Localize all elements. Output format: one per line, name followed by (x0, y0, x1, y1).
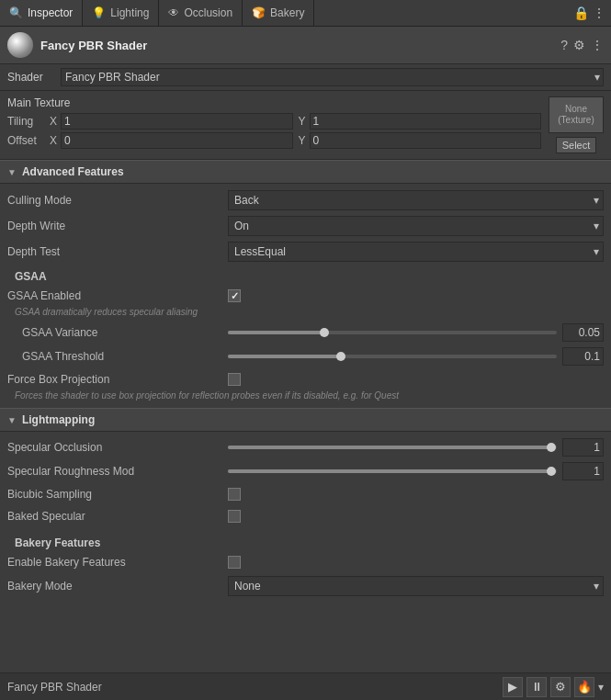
advanced-features-header[interactable]: ▼ Advanced Features (0, 160, 611, 184)
specular-roughness-row: Specular Roughness Mod 1 (7, 459, 604, 483)
specular-occlusion-track[interactable] (228, 446, 557, 449)
settings2-icon[interactable]: ⚙ (550, 677, 571, 697)
texture-label: Main Texture (7, 96, 541, 109)
lighting-icon: 💡 (92, 6, 106, 19)
tab-actions: 🔒 ⋮ (568, 0, 611, 26)
specular-roughness-input[interactable]: 1 (562, 462, 604, 480)
main-content: Main Texture Tiling X 1 Y 1 Offset X 0 (0, 91, 611, 672)
gsaa-threshold-thumb[interactable] (336, 352, 345, 361)
tiling-y-label: Y (299, 115, 306, 128)
lightmapping-title: Lightmapping (22, 413, 95, 426)
advanced-arrow-icon: ▼ (7, 167, 17, 177)
settings-icon[interactable]: ⚙ (573, 38, 585, 52)
shader-left: Fancy PBR Shader (7, 32, 147, 58)
advanced-features-section: Culling Mode Back Front Off Depth Write … (0, 184, 611, 408)
enable-bakery-checkbox[interactable] (228, 556, 241, 569)
bakery-features-label: Bakery Features (7, 527, 604, 551)
gsaa-variance-label: GSAA Variance (7, 326, 228, 339)
gsaa-enabled-label: GSAA Enabled (7, 289, 228, 302)
baked-specular-value (228, 510, 604, 523)
gsaa-enabled-checkbox[interactable] (228, 289, 241, 302)
shader-select[interactable]: Fancy PBR Shader (61, 68, 604, 86)
specular-occlusion-thumb[interactable] (547, 443, 556, 452)
gsaa-variance-thumb[interactable] (320, 328, 329, 337)
tab-inspector[interactable]: 🔍 Inspector (0, 0, 83, 26)
texture-select-button[interactable]: Select (556, 137, 597, 153)
gsaa-threshold-label: GSAA Threshold (7, 350, 228, 363)
gsaa-variance-value: 0.05 (228, 323, 604, 342)
fire-icon[interactable]: 🔥 (574, 677, 594, 697)
help-icon[interactable]: ? (560, 38, 568, 52)
shader-header: Fancy PBR Shader ? ⚙ ⋮ (0, 27, 611, 64)
tiling-label: Tiling (7, 115, 44, 128)
specular-roughness-track[interactable] (228, 469, 557, 473)
lock-icon[interactable]: 🔒 (573, 6, 589, 20)
offset-x-group: X 0 (50, 132, 293, 149)
settings2-btn-label: ⚙ (555, 680, 566, 694)
gsaa-subsection-label: GSAA (7, 265, 604, 285)
bakery-mode-select[interactable]: None SH RNM Monochrome (228, 576, 604, 596)
baked-specular-row: Baked Specular (7, 505, 604, 527)
depth-write-select[interactable]: On Off (228, 216, 604, 236)
bakery-icon: 🍞 (252, 6, 266, 19)
tab-occlusion-label: Occlusion (184, 6, 232, 19)
sphere-preview (7, 32, 33, 58)
play-icon[interactable]: ▶ (503, 677, 523, 697)
depth-test-select[interactable]: LessEqual Less Greater Always (228, 242, 604, 262)
advanced-features-title: Advanced Features (22, 165, 124, 178)
offset-y-input[interactable]: 0 (310, 132, 541, 149)
culling-mode-row: Culling Mode Back Front Off (7, 187, 604, 213)
texture-section: Main Texture Tiling X 1 Y 1 Offset X 0 (0, 91, 611, 160)
baked-specular-checkbox[interactable] (228, 510, 241, 523)
bottom-icons: ▶ ⏸ ⚙ 🔥 ▾ (503, 677, 604, 697)
tiling-x-group: X 1 (50, 113, 293, 130)
chevron-down-icon[interactable]: ▾ (598, 681, 604, 694)
fire-btn-label: 🔥 (577, 680, 592, 694)
lightmapping-header[interactable]: ▼ Lightmapping (0, 408, 611, 432)
force-box-checkbox[interactable] (228, 373, 241, 386)
more-options-icon[interactable]: ⋮ (591, 38, 604, 52)
tiling-row: Tiling X 1 Y 1 (7, 113, 541, 130)
gsaa-threshold-slider-row: 0.1 (228, 347, 604, 366)
bicubic-sampling-value (228, 488, 604, 501)
enable-bakery-value (228, 556, 604, 569)
bicubic-sampling-checkbox[interactable] (228, 488, 241, 501)
specular-occlusion-input[interactable]: 1 (562, 438, 604, 457)
offset-x-input[interactable]: 0 (61, 132, 292, 149)
depth-write-label: Depth Write (7, 220, 228, 232)
tiling-y-input[interactable]: 1 (310, 113, 541, 130)
gsaa-threshold-input[interactable]: 0.1 (562, 347, 604, 366)
gsaa-threshold-row: GSAA Threshold 0.1 (7, 344, 604, 368)
depth-test-row: Depth Test LessEqual Less Greater Always (7, 239, 604, 265)
pause-icon[interactable]: ⏸ (526, 677, 547, 697)
gsaa-variance-track[interactable] (228, 331, 557, 334)
gsaa-threshold-fill (228, 355, 343, 358)
gsaa-enabled-row: GSAA Enabled (7, 285, 604, 307)
bakery-mode-row: Bakery Mode None SH RNM Monochrome (7, 573, 604, 599)
tab-bakery[interactable]: 🍞 Bakery (243, 0, 314, 26)
offset-y-label: Y (299, 134, 306, 147)
tiling-x-input[interactable]: 1 (61, 113, 292, 130)
force-box-helper-text: Forces the shader to use box projection … (7, 390, 595, 404)
more-icon[interactable]: ⋮ (593, 6, 605, 20)
specular-roughness-thumb[interactable] (547, 467, 556, 476)
bottom-label: Fancy PBR Shader (7, 681, 499, 694)
gsaa-helper-text: GSAA dramatically reduces specular alias… (7, 307, 604, 321)
gsaa-variance-slider-row: 0.05 (228, 323, 604, 342)
bottom-bar: Fancy PBR Shader ▶ ⏸ ⚙ 🔥 ▾ (0, 672, 611, 700)
culling-select[interactable]: Back Front Off (228, 190, 604, 210)
gsaa-variance-fill (228, 331, 326, 334)
tab-occlusion[interactable]: 👁 Occlusion (159, 0, 243, 26)
tab-lighting[interactable]: 💡 Lighting (83, 0, 159, 26)
texture-none-box[interactable]: None(Texture) (549, 96, 604, 133)
texture-preview: None(Texture) Select (549, 96, 604, 153)
enable-bakery-row: Enable Bakery Features (7, 551, 604, 573)
tab-lighting-label: Lighting (110, 6, 149, 19)
offset-y-group: Y 0 (299, 132, 542, 149)
gsaa-threshold-track[interactable] (228, 355, 557, 358)
bakery-mode-value: None SH RNM Monochrome (228, 576, 604, 596)
gsaa-variance-input[interactable]: 0.05 (562, 323, 604, 342)
specular-occlusion-label: Specular Occlusion (7, 441, 228, 454)
culling-mode-label: Culling Mode (7, 194, 228, 207)
tab-bakery-label: Bakery (270, 6, 304, 19)
